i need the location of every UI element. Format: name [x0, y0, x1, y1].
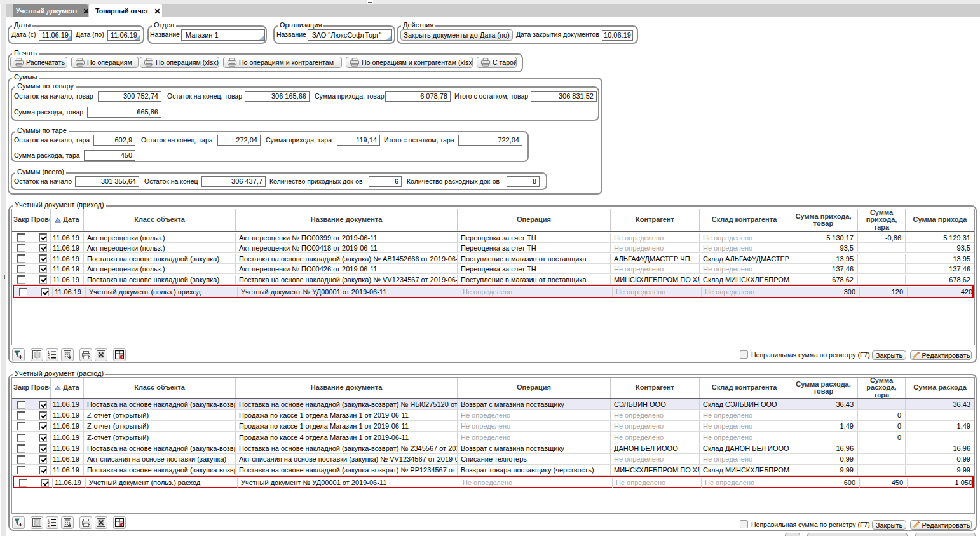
svg-text:3: 3: [48, 524, 50, 528]
svg-text:3: 3: [48, 356, 50, 360]
